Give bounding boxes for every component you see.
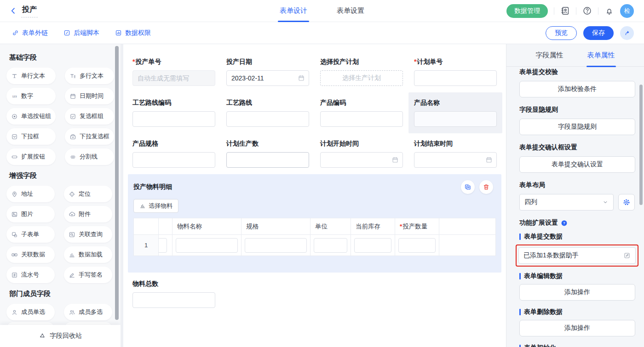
product-code-input[interactable]: [320, 111, 403, 127]
help-icon[interactable]: [582, 6, 592, 16]
material-detail-subform[interactable]: 投产物料明细 选择物料 物料名称: [128, 174, 501, 273]
field-production-date[interactable]: 投产日期: [221, 51, 315, 92]
data-permission-link[interactable]: 数据权限: [115, 29, 151, 37]
production-date-input[interactable]: [226, 70, 309, 86]
sidebar-item-related-data[interactable]: 关联数据: [6, 246, 55, 263]
field-plan-no[interactable]: *计划单号: [408, 51, 502, 92]
field-visibility-button[interactable]: 字段显隐规则: [519, 119, 635, 135]
hidden-cell-input[interactable]: [159, 238, 167, 253]
sidebar-item-serial-number[interactable]: 流水号: [6, 267, 55, 283]
sidebar-item-signature[interactable]: 手写签名: [64, 267, 112, 283]
preview-button[interactable]: 预览: [546, 26, 577, 40]
sidebar-item-dropdown-multi[interactable]: 下拉复选框: [65, 128, 114, 145]
sidebar-item-locate[interactable]: 定位: [64, 186, 112, 202]
calendar-icon[interactable]: [391, 156, 399, 164]
sidebar-item-image[interactable]: 图片: [6, 206, 55, 222]
sidebar-item-radio-group[interactable]: 单选按钮组: [6, 108, 56, 125]
edit-data-add-button[interactable]: 添加操作: [519, 284, 635, 301]
properties-panel: 字段属性 表单属性 表单提交校验 添加校验条件 字段显隐规则 字段显隐规则 表单…: [506, 44, 644, 347]
data-manage-button[interactable]: 数据管理: [506, 4, 548, 18]
layout-settings-button[interactable]: [618, 194, 635, 210]
serial-number-icon: [11, 272, 18, 279]
select-production-plan-picker[interactable]: 选择生产计划: [320, 70, 403, 86]
tab-form-properties[interactable]: 表单属性: [586, 44, 616, 67]
route-input[interactable]: [226, 111, 309, 127]
plan-qty-input[interactable]: [226, 152, 309, 168]
chevron-down-icon: [602, 199, 609, 205]
field-plan-start-time[interactable]: 计划开始时间: [315, 133, 408, 174]
sidebar-item-subform[interactable]: 子表单: [6, 226, 55, 243]
production-qty-cell-input[interactable]: [398, 238, 436, 253]
submit-confirm-button[interactable]: 表单提交确认设置: [519, 156, 635, 173]
sidebar-item-member-single[interactable]: 成员单选: [6, 304, 55, 320]
sidebar-item-divider-line[interactable]: 分割线: [65, 148, 114, 165]
add-validation-button[interactable]: 添加校验条件: [519, 81, 635, 97]
calendar-icon[interactable]: [298, 74, 305, 82]
edit-pencil-icon[interactable]: [623, 252, 631, 259]
delete-data-add-button[interactable]: 添加操作: [519, 320, 635, 336]
copy-subform-button[interactable]: [461, 180, 475, 194]
delete-data-title: 表单删除数据: [519, 308, 635, 316]
field-product-name-selected[interactable]: 产品名称: [408, 92, 502, 133]
field-product-code[interactable]: 产品编码: [315, 92, 408, 133]
field-product-spec[interactable]: 产品规格: [127, 133, 221, 174]
sidebar-item-attachment[interactable]: 附件: [64, 206, 112, 222]
tab-form-design[interactable]: 表单设计: [278, 0, 309, 22]
form-title[interactable]: 投产: [21, 5, 38, 17]
form-external-link[interactable]: 表单外链: [12, 29, 48, 37]
contacts-icon[interactable]: [560, 6, 570, 16]
user-avatar[interactable]: 检: [620, 4, 634, 18]
save-button[interactable]: 保存: [583, 26, 614, 40]
field-plan-qty[interactable]: 计划生产数: [221, 133, 315, 174]
delete-subform-button[interactable]: [479, 180, 493, 194]
sidebar-item-checkbox-group[interactable]: 复选框组: [65, 108, 114, 125]
question-circle-icon[interactable]: [561, 220, 568, 227]
sidebar-item-datetime[interactable]: 日期时间: [65, 88, 114, 104]
back-chevron-icon[interactable]: [9, 7, 17, 15]
sidebar-item-data-load[interactable]: 数据加载: [64, 246, 112, 263]
sidebar-item-related-query[interactable]: 关联查询: [64, 226, 112, 243]
field-select-production-plan[interactable]: 选择投产计划 选择生产计划: [315, 51, 408, 92]
sidebar-scrollbar[interactable]: [115, 46, 119, 320]
sidebar-item-multi-line-text[interactable]: 多行文本: [65, 68, 114, 84]
sidebar-item-member-multi[interactable]: 成员多选: [64, 304, 112, 320]
field-plan-end-time[interactable]: 计划结束时间: [408, 133, 502, 174]
submit-confirm-title: 表单提交确认框设置: [519, 143, 635, 152]
locate-icon: [69, 191, 75, 198]
calendar-icon[interactable]: [485, 156, 493, 164]
product-spec-input[interactable]: [132, 152, 215, 168]
backend-script-link[interactable]: 后端脚本: [63, 29, 99, 37]
sidebar-item-dropdown[interactable]: 下拉框: [6, 128, 56, 145]
route-code-input[interactable]: [132, 111, 215, 127]
tab-field-properties[interactable]: 字段属性: [535, 44, 564, 67]
spec-cell-input[interactable]: [245, 238, 307, 253]
plan-start-time-input[interactable]: [320, 152, 403, 168]
production-order-no-input[interactable]: [132, 70, 215, 86]
current-stock-cell-input[interactable]: [354, 238, 391, 253]
panel-tabs: 字段属性 表单属性: [506, 44, 644, 67]
plan-no-input[interactable]: [414, 70, 497, 86]
sidebar-item-single-line-text[interactable]: 单行文本: [6, 68, 56, 84]
tab-form-settings[interactable]: 表单设置: [335, 0, 366, 22]
back-group[interactable]: 投产: [0, 5, 38, 17]
field-route[interactable]: 工艺路线: [221, 92, 315, 133]
sidebar-item-extend-button[interactable]: 扩展按钮: [6, 148, 56, 165]
sidebar-item-address[interactable]: 地址: [6, 186, 55, 202]
data-assistant-field[interactable]: 已添加1条数据助手: [518, 247, 636, 264]
notification-bell-icon[interactable]: [604, 6, 614, 16]
panel-scrollbar[interactable]: [639, 85, 643, 205]
form-layout-select[interactable]: 四列: [519, 194, 614, 210]
share-button[interactable]: [620, 26, 634, 40]
select-material-button[interactable]: 选择物料: [133, 199, 178, 213]
material-total-input[interactable]: [132, 292, 215, 308]
product-name-input[interactable]: [414, 111, 497, 127]
unit-cell-input[interactable]: [314, 238, 347, 253]
plan-end-time-input[interactable]: [414, 152, 497, 168]
field-route-code[interactable]: 工艺路线编码: [127, 92, 221, 133]
field-material-total[interactable]: 物料总数: [127, 280, 506, 308]
material-name-cell-input[interactable]: [176, 238, 238, 253]
submit-data-highlight: 已添加1条数据助手: [516, 245, 638, 267]
field-recycle-bin[interactable]: 字段回收站: [0, 325, 121, 347]
sidebar-item-number[interactable]: 数字: [6, 88, 56, 104]
field-production-order-no[interactable]: *投产单号: [127, 51, 221, 92]
